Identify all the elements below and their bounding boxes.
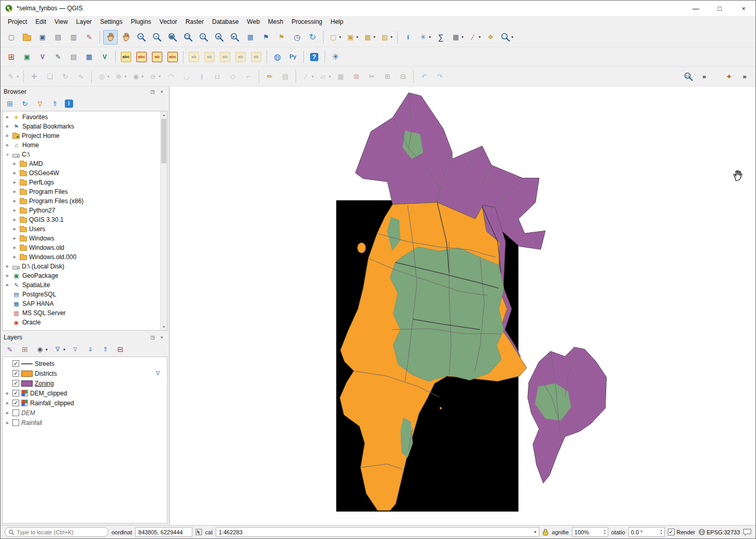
redo[interactable]: ↷ — [432, 69, 447, 84]
expander-icon[interactable]: ▶ — [12, 199, 18, 203]
statistical-summary[interactable]: ∑ — [433, 30, 448, 45]
messages-button[interactable] — [743, 529, 751, 536]
open-data-source-manager[interactable]: ⊞ — [4, 50, 19, 64]
rotation-spinbox[interactable]: 0.0 ° ▴▾ — [628, 527, 665, 537]
lock-scale-button[interactable] — [542, 529, 549, 536]
select-by-form[interactable]: ▨▾ — [378, 30, 394, 45]
python-console[interactable]: Py — [286, 50, 300, 64]
run-feature-action[interactable]: ✳▾ — [416, 30, 432, 45]
cut-features[interactable]: ✂ — [365, 69, 379, 84]
new-spatial-bookmark[interactable]: ⚑ — [259, 30, 273, 45]
digitize-polygon[interactable]: ▱▾ — [316, 69, 332, 84]
new-virtual-layer[interactable]: V — [97, 50, 112, 64]
new-temporary-scratch-layer[interactable]: ▤ — [66, 50, 81, 64]
layer-checkbox[interactable] — [12, 419, 19, 426]
toolbar-overflow-right[interactable]: » — [737, 69, 752, 84]
maximize-button[interactable]: □ — [708, 1, 732, 16]
browser-item-amd[interactable]: ▶AMD — [4, 159, 167, 168]
browser-item-d-local-disk[interactable]: ▶D:\ (Local Disk) — [4, 262, 167, 271]
expand-all[interactable]: ⇓ — [83, 344, 97, 355]
change-label-properties[interactable]: ab — [218, 50, 232, 64]
expander-icon[interactable]: ▶ — [5, 391, 10, 395]
new-shapefile-layer[interactable]: V — [35, 50, 50, 64]
spinner-arrows-icon[interactable]: ▴▾ — [604, 529, 606, 535]
expander-icon[interactable]: ▶ — [12, 190, 18, 194]
advanced-digitizing-tools[interactable]: ✦ — [722, 69, 736, 84]
browser-item-project-home[interactable]: ▶Project Home — [4, 131, 167, 140]
expander-icon[interactable]: ▶ — [5, 283, 10, 287]
expander-icon[interactable]: ▶ — [5, 411, 10, 415]
copy-move-feature[interactable]: ❏ — [43, 69, 57, 84]
layer-checkbox[interactable]: ✓ — [12, 380, 19, 387]
split-features[interactable]: ∤ — [194, 69, 209, 84]
remove-layer[interactable]: ⊟ — [114, 344, 127, 355]
scale-combo[interactable]: 1:462283 ▾ — [216, 527, 540, 537]
browser-item-oracle[interactable]: ◉Oracle — [4, 318, 167, 327]
filter-browser[interactable]: ∇ — [33, 98, 47, 109]
browser-item-ms-sql-server[interactable]: ▥MS SQL Server — [4, 308, 167, 318]
delete-selected[interactable]: ⊠ — [349, 69, 363, 84]
offset-curve[interactable]: ◠ — [163, 69, 178, 84]
browser-item-users[interactable]: ▶Users — [4, 224, 167, 234]
collapse-all-layers[interactable]: ⇑ — [99, 344, 112, 355]
menu-web[interactable]: Web — [243, 17, 263, 26]
layer-checkbox[interactable] — [12, 409, 19, 416]
browser-item-osgeo4w[interactable]: ▶OSGeo4W — [4, 168, 167, 178]
spinner-arrows-icon[interactable]: ▴▾ — [661, 529, 662, 535]
pan-map[interactable] — [103, 30, 118, 45]
properties-widget[interactable]: i — [63, 98, 75, 109]
browser-scrollbar[interactable]: ▲ ▼ — [160, 111, 167, 330]
expander-icon[interactable]: ▶ — [12, 180, 18, 185]
identify-features[interactable]: i — [401, 30, 415, 45]
measure[interactable]: ∕▾ — [466, 30, 482, 45]
expander-icon[interactable]: ▶ — [5, 115, 10, 119]
layer-checkbox[interactable]: ✓ — [12, 390, 19, 396]
style-manager[interactable]: ✎ — [82, 30, 96, 45]
menu-layer[interactable]: Layer — [72, 17, 96, 26]
menu-vector[interactable]: Vector — [156, 17, 181, 26]
layer-item-streets[interactable]: ✓Streets — [4, 359, 167, 368]
show-hidden-labels[interactable]: ab — [233, 50, 248, 64]
expander-icon[interactable]: ▶ — [12, 208, 18, 212]
select-features[interactable]: ▢▾ — [327, 30, 343, 45]
move-feature[interactable]: ✚ — [27, 69, 41, 84]
rotate-feature[interactable]: ↻ — [58, 69, 73, 84]
crs-status-button[interactable]: EPSG:32733 — [698, 529, 740, 535]
browser-item-qgis-3-30-1[interactable]: ▶QGIS 3.30.1 — [4, 215, 167, 224]
save-project[interactable]: ▣ — [35, 30, 50, 45]
new-print-layout[interactable]: ▤ — [51, 30, 65, 45]
locate-input[interactable] — [17, 529, 105, 535]
metasearch[interactable]: ◍ — [270, 50, 285, 64]
layers-close-button[interactable]: × — [158, 334, 166, 341]
expander-icon[interactable]: ▶ — [5, 264, 10, 268]
modify-attributes[interactable]: ▦ — [333, 69, 348, 84]
deselect-features[interactable]: ▩▾ — [361, 30, 377, 45]
menu-settings[interactable]: Settings — [96, 17, 127, 26]
new-project[interactable]: ▢ — [4, 30, 19, 45]
open-project[interactable] — [20, 30, 34, 45]
browser-item-spatialite[interactable]: ▶✎SpatiaLite — [4, 280, 167, 290]
expander-icon[interactable]: ▶ — [12, 246, 18, 250]
open-layer-styling-panel[interactable]: ✎ — [3, 344, 17, 355]
current-edits[interactable]: ✎▾ — [4, 69, 20, 84]
browser-item-windows[interactable]: ▶Windows — [4, 234, 167, 243]
zoom-out[interactable]: − — [150, 30, 164, 45]
zoom-full[interactable]: ▣ — [165, 30, 180, 45]
map-canvas[interactable] — [170, 87, 755, 525]
toolbar-overflow-left[interactable]: » — [697, 69, 711, 84]
browser-item-windows-old-000[interactable]: ▶Windows.old.000 — [4, 252, 167, 262]
layer-diagram-options[interactable]: abc — [134, 50, 149, 64]
layer-labeling-options[interactable]: abc — [119, 50, 133, 64]
merge-features[interactable]: ⊔ — [210, 69, 225, 84]
manage-map-themes[interactable]: ◉▾ — [33, 344, 49, 355]
browser-item-spatial-bookmarks[interactable]: ▶⚑Spatial Bookmarks — [4, 122, 167, 131]
show-spatial-bookmarks[interactable]: ⚑ — [274, 30, 289, 45]
zoom-to-native-resolution[interactable]: 1:1 — [681, 69, 696, 84]
menu-help[interactable]: Help — [327, 17, 348, 26]
add-ring[interactable]: ◎▾ — [95, 69, 111, 84]
zoom-next[interactable]: ▸ — [228, 30, 242, 45]
pin-unpin-labels[interactable]: ab — [150, 50, 164, 64]
zoom-last[interactable]: ◂ — [212, 30, 227, 45]
expander-icon[interactable]: ▶ — [5, 143, 10, 147]
browser-item-c[interactable]: ▼C:\ — [4, 150, 167, 159]
